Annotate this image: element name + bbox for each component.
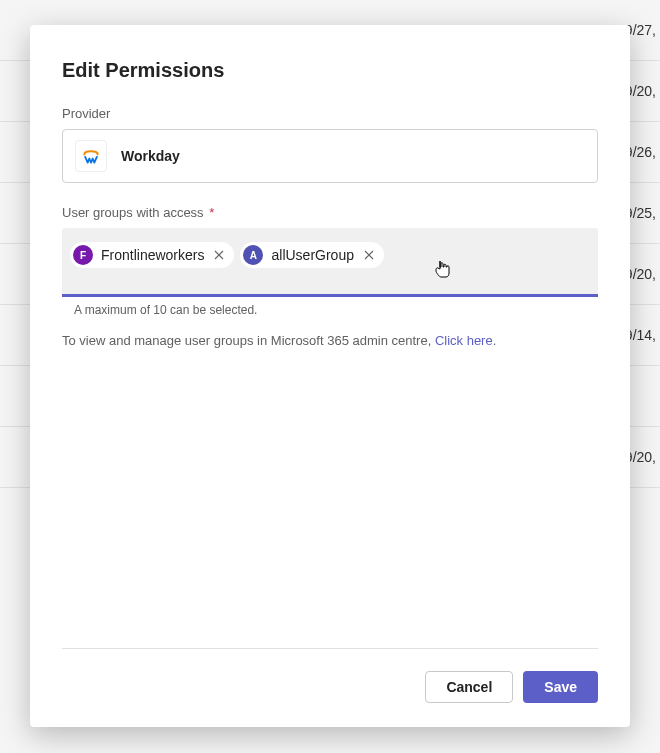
info-suffix: . <box>493 333 497 348</box>
edit-permissions-dialog: Edit Permissions Provider Workday User g… <box>30 25 630 727</box>
workday-icon <box>75 140 107 172</box>
save-button[interactable]: Save <box>523 671 598 703</box>
chip-label: Frontlineworkers <box>101 247 204 263</box>
user-groups-input[interactable]: F Frontlineworkers A allUserGroup <box>62 228 598 297</box>
helper-text: A maximum of 10 can be selected. <box>62 303 598 317</box>
remove-chip-icon[interactable] <box>212 250 226 260</box>
provider-label: Provider <box>62 106 598 121</box>
avatar: F <box>73 245 93 265</box>
dialog-title: Edit Permissions <box>62 59 598 82</box>
provider-display: Workday <box>62 129 598 183</box>
avatar: A <box>243 245 263 265</box>
required-mark: * <box>209 205 214 220</box>
dialog-footer: Cancel Save <box>62 671 598 703</box>
chip-label: allUserGroup <box>271 247 353 263</box>
cancel-button[interactable]: Cancel <box>425 671 513 703</box>
groups-label-text: User groups with access <box>62 205 204 220</box>
pointer-cursor-icon <box>435 260 451 282</box>
remove-chip-icon[interactable] <box>362 250 376 260</box>
footer-divider <box>62 648 598 649</box>
group-chip: F Frontlineworkers <box>70 242 234 268</box>
click-here-link[interactable]: Click here <box>435 333 493 348</box>
groups-label: User groups with access * <box>62 205 598 220</box>
provider-name: Workday <box>121 148 180 164</box>
info-prefix: To view and manage user groups in Micros… <box>62 333 435 348</box>
info-text: To view and manage user groups in Micros… <box>62 333 598 348</box>
group-chip: A allUserGroup <box>240 242 383 268</box>
